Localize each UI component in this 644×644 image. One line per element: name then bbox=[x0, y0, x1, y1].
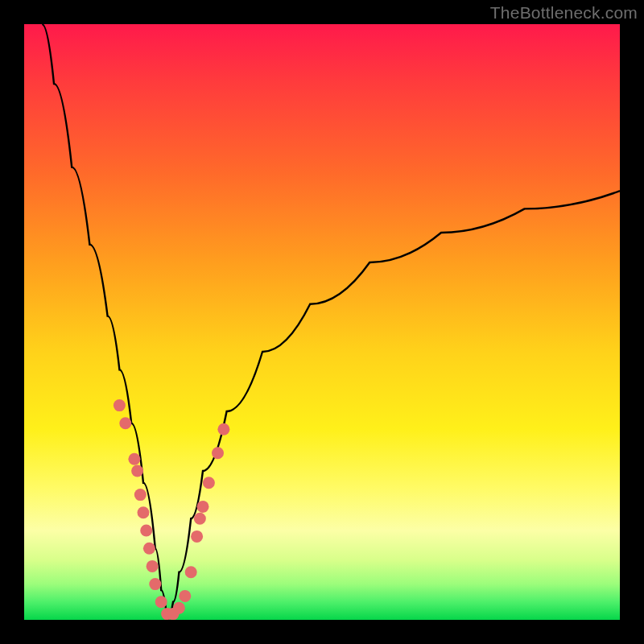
data-point bbox=[119, 417, 131, 429]
data-point bbox=[140, 525, 152, 537]
data-point bbox=[155, 596, 167, 608]
data-point bbox=[114, 399, 126, 411]
data-point bbox=[191, 530, 203, 543]
data-point bbox=[128, 453, 140, 465]
chart-stage: TheBottleneck.com bbox=[0, 0, 644, 644]
data-point bbox=[143, 543, 155, 555]
plot-area bbox=[24, 24, 620, 620]
data-point bbox=[173, 602, 185, 614]
data-point bbox=[134, 489, 147, 501]
bottleneck-curve bbox=[24, 24, 620, 620]
data-point bbox=[194, 513, 206, 525]
data-point bbox=[131, 465, 143, 477]
data-point bbox=[149, 578, 161, 590]
data-point bbox=[197, 501, 209, 513]
data-point bbox=[138, 506, 150, 518]
data-point bbox=[185, 566, 197, 578]
data-point bbox=[179, 590, 191, 602]
data-point bbox=[217, 423, 229, 436]
data-point bbox=[212, 447, 224, 459]
data-point bbox=[147, 560, 159, 572]
watermark-text: TheBottleneck.com bbox=[490, 3, 638, 23]
data-point bbox=[203, 477, 215, 489]
